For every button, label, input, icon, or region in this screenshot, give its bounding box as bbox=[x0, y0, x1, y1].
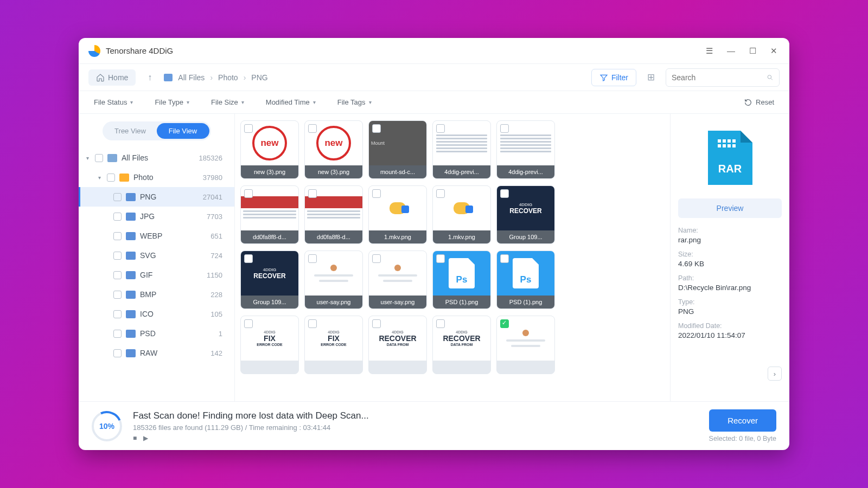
tree-item-jpg[interactable]: JPG 7703 bbox=[79, 207, 234, 226]
filter-file-tags[interactable]: File Tags▾ bbox=[337, 98, 372, 106]
checkbox[interactable] bbox=[113, 232, 122, 240]
file-checkbox[interactable] bbox=[436, 189, 445, 198]
chevron-down-icon[interactable]: ▾ bbox=[86, 155, 95, 161]
stop-scan-button[interactable]: ■ bbox=[133, 434, 137, 442]
minimize-button[interactable]: — bbox=[725, 44, 737, 58]
checkbox[interactable] bbox=[113, 310, 122, 318]
file-thumbnail[interactable]: Ps PSD (1).png bbox=[496, 251, 555, 309]
file-thumbnail[interactable]: 4DDIGFIXERROR CODE bbox=[304, 316, 363, 374]
file-thumbnail[interactable]: Ps PSD (1).png bbox=[432, 251, 491, 309]
file-thumbnail[interactable]: 4DDIGRECOVER Group 109... bbox=[496, 185, 555, 244]
file-checkbox[interactable] bbox=[500, 124, 509, 133]
file-checkbox[interactable] bbox=[244, 319, 253, 328]
file-thumbnail[interactable]: user-say.png bbox=[304, 251, 363, 309]
checkbox[interactable] bbox=[113, 291, 122, 299]
file-checkbox[interactable] bbox=[308, 319, 317, 328]
checkbox[interactable] bbox=[113, 271, 122, 279]
footer: 10% Fast Scan done! Finding more lost da… bbox=[79, 401, 789, 450]
up-button[interactable]: ↑ bbox=[143, 69, 156, 86]
tree-item-psd[interactable]: PSD 1 bbox=[79, 324, 234, 343]
close-button[interactable]: ✕ bbox=[768, 44, 780, 58]
file-name: user-say.png bbox=[369, 296, 426, 309]
file-checkbox[interactable] bbox=[372, 319, 381, 328]
file-thumbnail[interactable]: 1.mkv.png bbox=[432, 185, 491, 244]
search-input[interactable] bbox=[672, 73, 767, 82]
tree-photo[interactable]: ▾ Photo 37980 bbox=[79, 168, 234, 187]
search-box[interactable] bbox=[666, 68, 780, 87]
file-checkbox[interactable] bbox=[372, 254, 381, 263]
tree-item-raw[interactable]: RAW 142 bbox=[79, 343, 234, 363]
tree-item-webp[interactable]: WEBP 651 bbox=[79, 226, 234, 246]
file-thumbnail[interactable]: 4DDIGRECOVER Group 109... bbox=[240, 251, 299, 309]
file-thumbnail[interactable]: dd0fa8f8-d... bbox=[240, 185, 299, 244]
breadcrumb-item[interactable]: PNG bbox=[251, 73, 267, 82]
tree-item-gif[interactable]: GIF 1150 bbox=[79, 265, 234, 285]
checkbox[interactable] bbox=[113, 193, 122, 201]
file-checkbox[interactable] bbox=[436, 254, 445, 263]
maximize-button[interactable]: ☐ bbox=[747, 44, 758, 58]
checkbox[interactable] bbox=[95, 154, 103, 162]
file-checkbox[interactable] bbox=[244, 124, 253, 133]
checkbox[interactable] bbox=[107, 174, 115, 182]
file-thumbnail[interactable]: 4DDIGRECOVERDATA FROM bbox=[368, 316, 427, 374]
file-thumbnail[interactable]: user-say.png bbox=[368, 251, 427, 309]
file-view-tab[interactable]: File View bbox=[157, 123, 209, 139]
tree-item-png[interactable]: PNG 27041 bbox=[79, 187, 234, 207]
rar-file-icon: RAR bbox=[708, 131, 752, 185]
filter-modified-time[interactable]: Modified Time▾ bbox=[266, 98, 316, 106]
tree-item-svg[interactable]: SVG 724 bbox=[79, 246, 234, 265]
file-thumbnail[interactable]: 1.mkv.png bbox=[368, 185, 427, 244]
file-checkbox[interactable] bbox=[308, 254, 317, 263]
tree-item-ico[interactable]: ICO 105 bbox=[79, 304, 234, 324]
checkbox[interactable] bbox=[113, 349, 122, 357]
file-thumbnail[interactable]: Mount mount-sd-c... bbox=[368, 120, 427, 179]
grid-view-toggle[interactable]: ⊞ bbox=[644, 68, 658, 86]
recover-button[interactable]: Recover bbox=[709, 409, 776, 432]
file-checkbox[interactable] bbox=[244, 254, 253, 263]
reset-button[interactable]: Reset bbox=[744, 98, 774, 107]
file-thumbnail[interactable]: new new (3).png bbox=[304, 120, 363, 179]
file-checkbox[interactable] bbox=[308, 189, 317, 198]
filter-button[interactable]: Filter bbox=[591, 69, 636, 86]
file-thumbnail[interactable] bbox=[496, 316, 555, 374]
preview-button[interactable]: Preview bbox=[678, 198, 782, 218]
file-thumbnail[interactable]: 4ddig-previ... bbox=[496, 120, 555, 179]
tree-all-files[interactable]: ▾ All Files 185326 bbox=[79, 148, 234, 168]
file-name: PSD (1).png bbox=[433, 296, 490, 309]
resume-scan-button[interactable]: ▶ bbox=[143, 434, 148, 442]
checkbox[interactable] bbox=[113, 252, 122, 260]
file-checkbox[interactable] bbox=[308, 124, 317, 133]
file-checkbox[interactable] bbox=[372, 189, 381, 198]
file-thumbnail[interactable]: new new (3).png bbox=[240, 120, 299, 179]
tree-view-tab[interactable]: Tree View bbox=[104, 123, 157, 139]
file-thumbnail[interactable]: 4ddig-previ... bbox=[432, 120, 491, 179]
tree-label: WEBP bbox=[140, 232, 210, 240]
search-icon[interactable] bbox=[767, 73, 774, 82]
chevron-down-icon[interactable]: ▾ bbox=[98, 175, 107, 181]
file-checkbox[interactable] bbox=[244, 189, 253, 198]
home-button[interactable]: Home bbox=[88, 69, 136, 86]
tree-item-bmp[interactable]: BMP 228 bbox=[79, 285, 234, 304]
file-thumbnail[interactable]: dd0fa8f8-d... bbox=[304, 185, 363, 244]
hamburger-icon[interactable]: ☰ bbox=[704, 44, 715, 58]
tree-count: 1150 bbox=[207, 271, 222, 279]
checkbox[interactable] bbox=[113, 330, 122, 338]
file-thumbnail[interactable]: 4DDIGRECOVERDATA FROM bbox=[432, 316, 491, 374]
file-checkbox[interactable] bbox=[372, 124, 381, 133]
file-checkbox[interactable] bbox=[500, 189, 509, 198]
breadcrumb-item[interactable]: All Files bbox=[178, 73, 205, 82]
filter-file-type[interactable]: File Type▾ bbox=[155, 98, 189, 106]
file-name: 1.mkv.png bbox=[433, 230, 490, 243]
breadcrumb-item[interactable]: Photo bbox=[218, 73, 238, 82]
file-checkbox[interactable] bbox=[436, 124, 445, 133]
file-checkbox[interactable] bbox=[500, 319, 509, 328]
filter-file-status[interactable]: File Status▾ bbox=[94, 98, 133, 106]
next-page-button[interactable]: › bbox=[768, 367, 782, 381]
file-checkbox[interactable] bbox=[436, 319, 445, 328]
checkbox[interactable] bbox=[113, 213, 122, 221]
file-thumbnail[interactable]: 4DDIGFIXERROR CODE bbox=[240, 316, 299, 374]
filter-file-size[interactable]: File Size▾ bbox=[211, 98, 244, 106]
file-grid: new new (3).png new new (3).png Mount mo… bbox=[240, 120, 665, 374]
file-checkbox[interactable] bbox=[500, 254, 509, 263]
home-icon bbox=[96, 73, 105, 82]
